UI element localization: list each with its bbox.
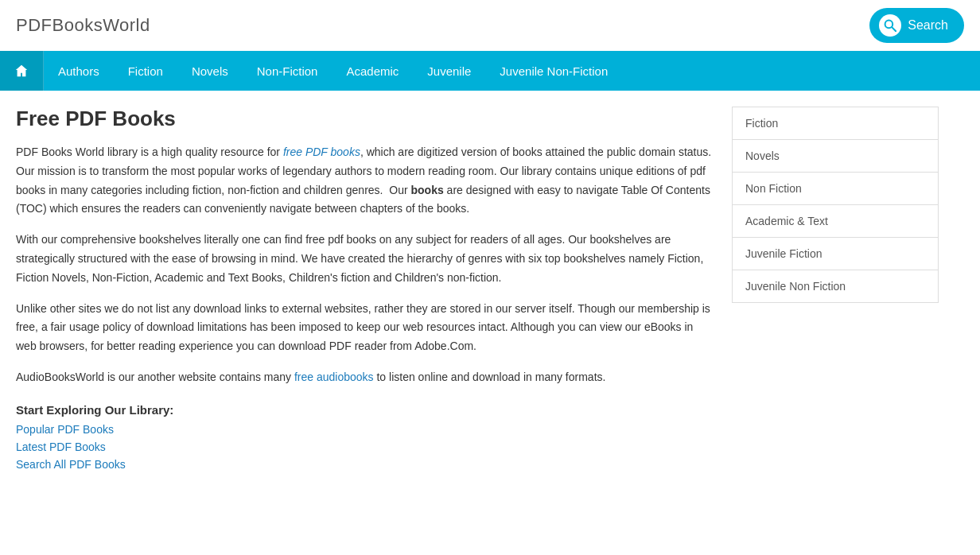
popular-pdf-link[interactable]: Popular PDF Books — [16, 423, 716, 436]
logo-text: PDFBooksWorld — [16, 15, 150, 35]
explore-title: Start Exploring Our Library: — [16, 403, 716, 417]
explore-section: Start Exploring Our Library: Popular PDF… — [16, 403, 716, 471]
header: PDFBooksWorld Search — [0, 0, 980, 51]
nav-nonfiction[interactable]: Non-Fiction — [243, 51, 332, 91]
audiobooks-link[interactable]: free audiobooks — [294, 371, 374, 383]
paragraph2: With our comprehensive bookshelves liter… — [16, 231, 716, 287]
search-svg — [884, 19, 896, 32]
search-icon — [879, 14, 901, 37]
nav-juvenile[interactable]: Juvenile — [413, 51, 485, 91]
page-title: Free PDF Books — [16, 107, 716, 131]
search-all-pdf-link[interactable]: Search All PDF Books — [16, 458, 716, 471]
nav-academic[interactable]: Academic — [332, 51, 413, 91]
nav-juvenile-nonfiction[interactable]: Juvenile Non-Fiction — [485, 51, 622, 91]
nav-fiction[interactable]: Fiction — [114, 51, 177, 91]
nav-home-button[interactable] — [0, 51, 44, 91]
sidebar-fiction[interactable]: Fiction — [732, 107, 939, 140]
svg-line-1 — [892, 27, 896, 31]
latest-pdf-link[interactable]: Latest PDF Books — [16, 441, 716, 453]
logo[interactable]: PDFBooksWorld — [16, 15, 150, 36]
main-content: Free PDF Books PDF Books World library i… — [16, 107, 716, 475]
sidebar-juvenile-fiction[interactable]: Juvenile Fiction — [732, 238, 939, 270]
paragraph3: Unlike other sites we do not list any do… — [16, 300, 716, 356]
nav-authors[interactable]: Authors — [44, 51, 114, 91]
sidebar-nonfiction[interactable]: Non Fiction — [732, 173, 939, 205]
sidebar-academic[interactable]: Academic & Text — [732, 205, 939, 238]
search-label: Search — [908, 18, 948, 33]
search-button[interactable]: Search — [869, 8, 964, 43]
nav-novels[interactable]: Novels — [177, 51, 243, 91]
intro-link[interactable]: free PDF books — [283, 146, 360, 158]
sidebar: Fiction Novels Non Fiction Academic & Te… — [732, 107, 939, 475]
sidebar-novels[interactable]: Novels — [732, 140, 939, 173]
sidebar-juvenile-nonfiction[interactable]: Juvenile Non Fiction — [732, 270, 939, 303]
home-icon — [14, 64, 29, 78]
content-area: Free PDF Books PDF Books World library i… — [0, 91, 955, 491]
intro-paragraph: PDF Books World library is a high qualit… — [16, 143, 716, 219]
paragraph4: AudioBooksWorld is our another website c… — [16, 368, 716, 387]
navbar: Authors Fiction Novels Non-Fiction Acade… — [0, 51, 980, 91]
books-bold: books — [411, 184, 444, 196]
